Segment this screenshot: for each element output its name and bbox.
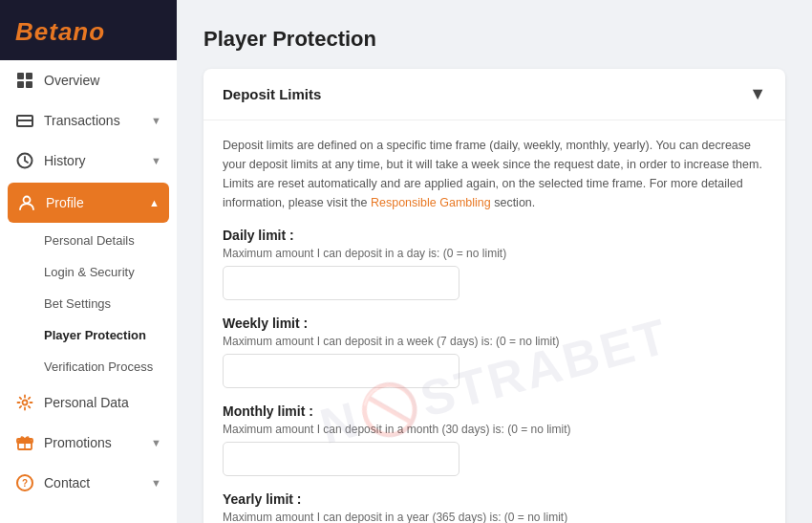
daily-limit-sublabel: Maximum amount I can deposit in a day is… <box>223 247 766 260</box>
yearly-limit-label: Yearly limit : <box>223 491 766 507</box>
daily-limit-section: Daily limit : Maximum amount I can depos… <box>223 228 766 300</box>
sidebar-item-history[interactable]: History ▼ <box>0 141 177 181</box>
weekly-limit-label: Weekly limit : <box>223 316 766 331</box>
sidebar-item-contact[interactable]: ? Contact ▼ <box>0 463 177 503</box>
sidebar-transactions-label: Transactions <box>44 113 141 128</box>
submenu-item-login-security[interactable]: Login & Security <box>0 256 177 288</box>
main-content: Player Protection Deposit Limits ▼ N🚫STR… <box>177 0 812 523</box>
card-header-title: Deposit Limits <box>223 86 321 102</box>
grid-icon <box>15 71 34 90</box>
submenu-item-verification[interactable]: Verification Process <box>0 351 177 382</box>
chevron-down-icon[interactable]: ▼ <box>749 84 766 104</box>
chevron-down-icon: ▼ <box>151 115 161 126</box>
chevron-down-icon: ▼ <box>151 155 161 166</box>
sidebar-profile-label: Profile <box>46 195 139 210</box>
monthly-limit-sublabel: Maximum amount I can deposit in a month … <box>223 423 766 436</box>
gear-icon <box>15 393 34 412</box>
sidebar-item-profile[interactable]: Profile ▲ <box>8 183 169 223</box>
deposit-info-text: Deposit limits are defined on a specific… <box>223 136 766 212</box>
profile-submenu: Personal Details Login & Security Bet Se… <box>0 225 177 382</box>
chevron-down-icon: ▼ <box>151 437 161 448</box>
gift-icon <box>15 433 34 452</box>
question-icon: ? <box>15 473 34 492</box>
sidebar: Betano Overview Transactions ▼ History ▼ <box>0 0 177 523</box>
sidebar-item-promotions[interactable]: Promotions ▼ <box>0 423 177 463</box>
sidebar-promotions-label: Promotions <box>44 435 141 450</box>
svg-point-1 <box>24 197 31 204</box>
card-body: N🚫STRABET Deposit limits are defined on … <box>203 120 785 523</box>
svg-point-2 <box>23 401 28 405</box>
monthly-limit-section: Monthly limit : Maximum amount I can dep… <box>223 403 766 476</box>
chevron-up-icon: ▲ <box>149 197 160 208</box>
history-icon <box>15 151 34 170</box>
sidebar-item-overview[interactable]: Overview <box>0 60 177 100</box>
chevron-down-icon: ▼ <box>151 477 161 489</box>
sidebar-item-personal-data[interactable]: Personal Data <box>0 382 177 423</box>
sidebar-personal-data-label: Personal Data <box>44 395 161 410</box>
sidebar-overview-label: Overview <box>44 73 161 88</box>
weekly-limit-sublabel: Maximum amount I can deposit in a week (… <box>223 335 766 348</box>
page-title: Player Protection <box>203 27 785 52</box>
monthly-limit-label: Monthly limit : <box>223 403 766 419</box>
card-icon <box>15 111 34 130</box>
responsible-gambling-link[interactable]: Responsible Gambling <box>371 196 491 209</box>
submenu-item-bet-settings[interactable]: Bet Settings <box>0 288 177 319</box>
sidebar-item-transactions[interactable]: Transactions ▼ <box>0 100 177 141</box>
profile-icon <box>17 193 36 212</box>
card-header: Deposit Limits ▼ <box>203 69 785 120</box>
monthly-limit-input[interactable] <box>223 442 459 476</box>
yearly-limit-sublabel: Maximum amount I can deposit in a year (… <box>223 511 766 523</box>
daily-limit-input[interactable] <box>223 266 459 300</box>
yearly-limit-section: Yearly limit : Maximum amount I can depo… <box>223 491 766 523</box>
submenu-item-personal-details[interactable]: Personal Details <box>0 225 177 256</box>
submenu-item-player-protection[interactable]: Player Protection <box>0 319 177 351</box>
weekly-limit-input[interactable] <box>223 354 459 388</box>
daily-limit-label: Daily limit : <box>223 228 766 243</box>
weekly-limit-section: Weekly limit : Maximum amount I can depo… <box>223 316 766 388</box>
logo: Betano <box>0 0 177 60</box>
sidebar-contact-label: Contact <box>44 475 141 490</box>
sidebar-history-label: History <box>44 153 141 168</box>
deposit-limits-card: Deposit Limits ▼ N🚫STRABET Deposit limit… <box>203 69 785 523</box>
